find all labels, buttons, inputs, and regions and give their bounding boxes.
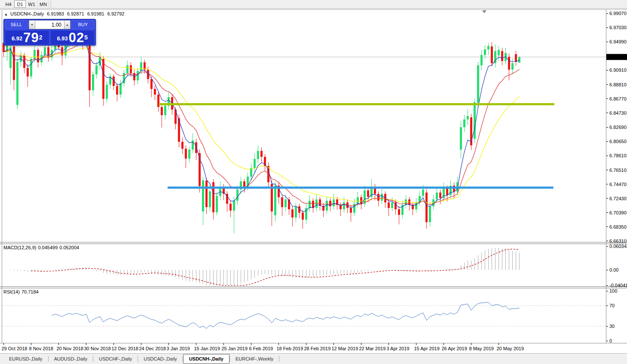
- timeframe-button-mn[interactable]: MN: [37, 0, 49, 8]
- svg-text:6.90910: 6.90910: [609, 67, 627, 73]
- svg-text:22 Mar 2019: 22 Mar 2019: [359, 346, 386, 351]
- symbol-title: USDCNH-,Daily: [10, 11, 44, 16]
- svg-text:6.92792: 6.92792: [608, 55, 625, 60]
- svg-text:15 Jan 2019: 15 Jan 2019: [194, 346, 220, 351]
- svg-text:0.060342: 0.060342: [609, 244, 627, 249]
- tab-usdcnh-daily[interactable]: USDCNH-,Daily: [183, 354, 229, 364]
- one-click-trading-panel: SELL ▼ ▲ BUY 6.92 79 2 6.93 02 5: [3, 19, 96, 46]
- sell-price-button[interactable]: 6.92 79 2: [5, 30, 49, 45]
- timeframe-button-d1[interactable]: D1: [14, 0, 26, 8]
- svg-text:6.70390: 6.70390: [609, 210, 627, 215]
- sell-price-base: 6.92: [12, 33, 22, 44]
- tab-usdcad-daily[interactable]: USDCAD-,Daily: [138, 354, 183, 364]
- buy-price-pips: 02: [69, 31, 84, 44]
- svg-text:3 Jan 2019: 3 Jan 2019: [167, 346, 190, 351]
- volume-stepper: ▼ ▲: [29, 20, 70, 29]
- ohlc-open: 6.91983: [47, 11, 64, 16]
- svg-text:26 Apr 2019: 26 Apr 2019: [442, 346, 467, 351]
- svg-text:6.86770: 6.86770: [609, 96, 627, 101]
- svg-text:3 Apr 2019: 3 Apr 2019: [387, 346, 410, 351]
- svg-text:6.82690: 6.82690: [609, 125, 627, 130]
- svg-text:6.66310: 6.66310: [609, 239, 627, 244]
- ohlc-close: 6.92792: [107, 11, 125, 16]
- svg-text:18 Feb 2019: 18 Feb 2019: [277, 346, 303, 351]
- ohlc-high: 6.92871: [67, 11, 84, 16]
- svg-text:6.99070: 6.99070: [609, 11, 627, 16]
- tab-usdchf-daily[interactable]: USDCHF-,Daily: [93, 354, 138, 364]
- collapse-icon[interactable]: ▲: [4, 12, 8, 16]
- sell-button[interactable]: SELL: [5, 20, 28, 29]
- tab-audusd-daily[interactable]: AUDUSD-,Daily: [49, 354, 93, 364]
- svg-text:6.84730: 6.84730: [609, 110, 627, 116]
- chart-ohlc-header: ▲USDCNH-,Daily 6.91983 6.92871 6.91981 6…: [4, 11, 126, 16]
- svg-text:15 Apr 2019: 15 Apr 2019: [414, 346, 440, 351]
- tab-divider: [279, 356, 279, 362]
- buy-price-base: 6.93: [57, 33, 67, 44]
- current-price-tag: 6.92792: [606, 54, 627, 60]
- symbol-tabbar: EURUSD-,DailyAUDUSD-,DailyUSDCHF-,DailyU…: [0, 353, 627, 364]
- svg-text:30 Nov 2018: 30 Nov 2018: [84, 346, 111, 351]
- svg-text:29 Oct 2018: 29 Oct 2018: [2, 346, 28, 351]
- volume-decrease-icon[interactable]: ▼: [29, 20, 35, 29]
- chart-window: ▲USDCNH-,Daily 6.91983 6.92871 6.91981 6…: [0, 9, 627, 353]
- buy-button[interactable]: BUY: [71, 20, 95, 29]
- svg-text:8 Nov 2018: 8 Nov 2018: [29, 346, 53, 351]
- timeframe-button-h4[interactable]: H4: [3, 0, 14, 8]
- rsi-label: RSI(14)70.7184: [3, 289, 40, 294]
- buy-price-button[interactable]: 6.93 02 5: [50, 30, 95, 45]
- svg-text:12 Dec 2018: 12 Dec 2018: [112, 346, 138, 351]
- svg-text:12 Mar 2019: 12 Mar 2019: [332, 346, 358, 351]
- svg-text:6.80650: 6.80650: [609, 139, 627, 144]
- support-line[interactable]: [168, 187, 554, 189]
- volume-increase-icon[interactable]: ▲: [64, 20, 70, 29]
- svg-text:6 Feb 2019: 6 Feb 2019: [249, 346, 273, 351]
- svg-text:8 May 2019: 8 May 2019: [469, 346, 494, 351]
- svg-text:20 May 2019: 20 May 2019: [497, 346, 524, 351]
- svg-text:70: 70: [609, 303, 615, 308]
- svg-text:30: 30: [609, 324, 615, 329]
- sell-price-pips: 79: [23, 31, 39, 44]
- chart-canvas[interactable]: 6.990706.970306.949906.929506.909106.888…: [0, 9, 627, 353]
- svg-text:6.74470: 6.74470: [609, 182, 627, 187]
- timeframe-toolbar: H4D1W1MN: [0, 0, 627, 9]
- svg-text:0: 0: [609, 338, 612, 343]
- svg-text:6.78610: 6.78610: [609, 153, 627, 158]
- timeframe-button-w1[interactable]: W1: [26, 0, 37, 8]
- svg-text:25 Jan 2019: 25 Jan 2019: [222, 346, 248, 351]
- svg-text:24 Dec 2018: 24 Dec 2018: [139, 346, 166, 351]
- svg-text:6.97030: 6.97030: [609, 25, 627, 30]
- svg-text:20 Nov 2018: 20 Nov 2018: [57, 346, 83, 351]
- svg-text:6.76510: 6.76510: [609, 168, 627, 173]
- toolbar-separator: [51, 1, 51, 8]
- volume-input[interactable]: [35, 20, 64, 29]
- macd-label: MACD(12,26,9)0.0454990.052004: [3, 245, 81, 250]
- svg-text:0.00: 0.00: [609, 267, 618, 272]
- tab-eurusd-daily[interactable]: EURUSD-,Daily: [3, 354, 48, 364]
- svg-text:6.88810: 6.88810: [609, 82, 627, 87]
- sell-price-point: 2: [39, 31, 43, 44]
- svg-text:-0.04041: -0.04041: [609, 283, 627, 288]
- tab-eurchf-weekly[interactable]: EURCHF-,Weekly: [230, 354, 279, 364]
- svg-text:6.72430: 6.72430: [609, 196, 627, 201]
- svg-text:6.68350: 6.68350: [609, 224, 627, 229]
- chart-background[interactable]: [0, 9, 627, 353]
- ohlc-low: 6.91981: [87, 11, 104, 16]
- buy-price-point: 5: [84, 31, 88, 44]
- resistance-line[interactable]: [159, 103, 554, 105]
- svg-text:100: 100: [609, 288, 617, 294]
- svg-text:6.94990: 6.94990: [609, 39, 627, 44]
- svg-text:28 Feb 2019: 28 Feb 2019: [304, 346, 331, 351]
